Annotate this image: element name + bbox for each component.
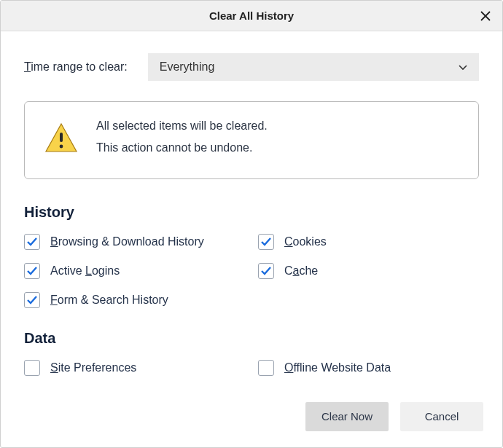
label-active-logins[interactable]: Active Logins [50,264,120,278]
clear-now-button[interactable]: Clear Now [305,402,389,431]
history-options: Browsing & Download History Cookies Acti… [24,234,479,308]
dialog-title: Clear All History [209,9,294,22]
warning-line-1: All selected items will be cleared. [96,118,268,134]
close-button[interactable] [475,5,496,27]
checkbox-form-search-history[interactable] [24,292,40,308]
checkbox-site-preferences[interactable] [24,360,40,376]
warning-line-2: This action cannot be undone. [96,140,268,156]
svg-point-2 [60,145,63,149]
data-options: Site Preferences Offline Website Data [24,360,479,376]
checkbox-active-logins[interactable] [24,263,40,279]
history-heading: History [24,204,479,221]
titlebar: Clear All History [1,1,502,31]
cancel-label: Cancel [425,410,459,423]
svg-rect-3 [60,133,63,142]
checkbox-cache[interactable] [258,263,274,279]
label-site-preferences[interactable]: Site Preferences [50,361,136,374]
label-cache[interactable]: Cache [284,264,318,278]
label-offline-website-data[interactable]: Offline Website Data [284,361,391,374]
checkbox-offline-website-data[interactable] [258,360,274,376]
warning-panel: All selected items will be cleared. This… [24,101,479,179]
checkbox-cookies[interactable] [258,234,274,250]
chevron-down-icon [459,60,467,74]
cancel-button[interactable]: Cancel [400,402,483,431]
data-heading: Data [24,330,479,347]
label-cookies[interactable]: Cookies [284,235,327,248]
label-browsing-download-history[interactable]: Browsing & Download History [50,235,204,248]
time-range-select[interactable]: Everything [148,53,479,81]
time-range-label: Time range to clear: [24,60,128,74]
time-range-value: Everything [160,60,215,74]
label-form-search-history[interactable]: Form & Search History [50,294,168,307]
checkbox-browsing-download-history[interactable] [24,234,40,250]
clear-now-label: Clear Now [321,410,373,423]
close-icon [480,11,491,21]
warning-icon [44,121,79,156]
